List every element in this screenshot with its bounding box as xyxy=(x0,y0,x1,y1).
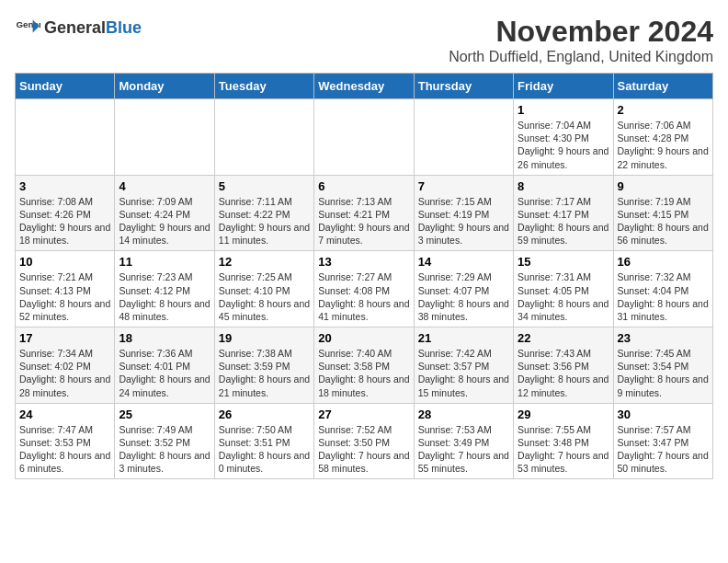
calendar-cell: 1Sunrise: 7:04 AMSunset: 4:30 PMDaylight… xyxy=(514,99,613,176)
day-info: Sunrise: 7:38 AMSunset: 3:59 PMDaylight:… xyxy=(219,347,310,399)
sub-title: North Duffield, England, United Kingdom xyxy=(449,49,713,65)
day-number: 1 xyxy=(518,103,609,117)
calendar-week-row: 3Sunrise: 7:08 AMSunset: 4:26 PMDaylight… xyxy=(16,175,713,251)
calendar-cell: 18Sunrise: 7:36 AMSunset: 4:01 PMDayligh… xyxy=(115,327,214,404)
day-info: Sunrise: 7:55 AMSunset: 3:48 PMDaylight:… xyxy=(518,423,609,476)
calendar-cell: 22Sunrise: 7:43 AMSunset: 3:56 PMDayligh… xyxy=(514,327,613,404)
day-number: 24 xyxy=(19,408,110,421)
day-info: Sunrise: 7:25 AMSunset: 4:10 PMDaylight:… xyxy=(219,270,310,323)
calendar-cell xyxy=(414,99,513,176)
calendar-cell: 4Sunrise: 7:09 AMSunset: 4:24 PMDaylight… xyxy=(115,175,214,251)
day-number: 13 xyxy=(318,255,409,269)
day-info: Sunrise: 7:45 AMSunset: 3:54 PMDaylight:… xyxy=(618,347,709,399)
day-number: 17 xyxy=(19,331,110,345)
day-of-week-header: Sunday xyxy=(16,74,115,99)
day-info: Sunrise: 7:31 AMSunset: 4:05 PMDaylight:… xyxy=(518,270,609,323)
calendar-cell: 19Sunrise: 7:38 AMSunset: 3:59 PMDayligh… xyxy=(214,327,313,404)
day-info: Sunrise: 7:34 AMSunset: 4:02 PMDaylight:… xyxy=(19,347,110,399)
calendar-cell: 12Sunrise: 7:25 AMSunset: 4:10 PMDayligh… xyxy=(214,251,313,327)
calendar-cell: 25Sunrise: 7:49 AMSunset: 3:52 PMDayligh… xyxy=(115,403,214,479)
day-info: Sunrise: 7:04 AMSunset: 4:30 PMDaylight:… xyxy=(518,119,609,171)
calendar-cell: 8Sunrise: 7:17 AMSunset: 4:17 PMDaylight… xyxy=(514,175,613,251)
day-number: 10 xyxy=(19,255,110,269)
day-of-week-header: Friday xyxy=(514,74,613,99)
calendar-cell: 10Sunrise: 7:21 AMSunset: 4:13 PMDayligh… xyxy=(16,251,115,327)
calendar-cell: 11Sunrise: 7:23 AMSunset: 4:12 PMDayligh… xyxy=(115,251,214,327)
day-number: 8 xyxy=(518,179,609,193)
calendar-cell: 6Sunrise: 7:13 AMSunset: 4:21 PMDaylight… xyxy=(314,175,414,251)
day-info: Sunrise: 7:40 AMSunset: 3:58 PMDaylight:… xyxy=(318,347,409,399)
day-info: Sunrise: 7:09 AMSunset: 4:24 PMDaylight:… xyxy=(119,195,210,247)
calendar-cell: 17Sunrise: 7:34 AMSunset: 4:02 PMDayligh… xyxy=(16,327,115,404)
day-info: Sunrise: 7:29 AMSunset: 4:07 PMDaylight:… xyxy=(418,270,509,323)
day-number: 4 xyxy=(119,179,210,193)
day-info: Sunrise: 7:50 AMSunset: 3:51 PMDaylight:… xyxy=(219,423,310,476)
day-number: 27 xyxy=(318,408,409,421)
day-number: 23 xyxy=(618,331,709,345)
day-info: Sunrise: 7:52 AMSunset: 3:50 PMDaylight:… xyxy=(318,423,409,476)
day-number: 6 xyxy=(318,179,409,193)
calendar-cell xyxy=(314,99,414,176)
day-info: Sunrise: 7:57 AMSunset: 3:47 PMDaylight:… xyxy=(618,423,709,476)
day-info: Sunrise: 7:36 AMSunset: 4:01 PMDaylight:… xyxy=(119,347,210,399)
day-info: Sunrise: 7:53 AMSunset: 3:49 PMDaylight:… xyxy=(418,423,509,476)
logo-general: General xyxy=(44,18,106,37)
day-of-week-header: Saturday xyxy=(613,74,712,99)
day-number: 21 xyxy=(418,331,509,345)
day-of-week-header: Thursday xyxy=(414,74,513,99)
calendar-week-row: 24Sunrise: 7:47 AMSunset: 3:53 PMDayligh… xyxy=(16,403,713,479)
calendar-cell: 28Sunrise: 7:53 AMSunset: 3:49 PMDayligh… xyxy=(414,403,513,479)
day-number: 3 xyxy=(19,179,110,193)
day-info: Sunrise: 7:47 AMSunset: 3:53 PMDaylight:… xyxy=(19,423,110,476)
day-info: Sunrise: 7:17 AMSunset: 4:17 PMDaylight:… xyxy=(518,195,609,247)
day-info: Sunrise: 7:15 AMSunset: 4:19 PMDaylight:… xyxy=(418,195,509,247)
day-info: Sunrise: 7:23 AMSunset: 4:12 PMDaylight:… xyxy=(119,270,210,323)
calendar-header-row: SundayMondayTuesdayWednesdayThursdayFrid… xyxy=(16,74,713,99)
calendar-cell: 3Sunrise: 7:08 AMSunset: 4:26 PMDaylight… xyxy=(16,175,115,251)
day-number: 22 xyxy=(518,331,609,345)
calendar-cell: 7Sunrise: 7:15 AMSunset: 4:19 PMDaylight… xyxy=(414,175,513,251)
day-info: Sunrise: 7:13 AMSunset: 4:21 PMDaylight:… xyxy=(318,195,409,247)
calendar-cell: 5Sunrise: 7:11 AMSunset: 4:22 PMDaylight… xyxy=(214,175,313,251)
day-number: 12 xyxy=(219,255,310,269)
logo: General GeneralBlue xyxy=(15,15,142,40)
calendar: SundayMondayTuesdayWednesdayThursdayFrid… xyxy=(15,73,713,479)
day-number: 30 xyxy=(618,408,709,421)
day-number: 25 xyxy=(119,408,210,421)
calendar-cell xyxy=(115,99,214,176)
calendar-cell: 23Sunrise: 7:45 AMSunset: 3:54 PMDayligh… xyxy=(613,327,712,404)
calendar-cell xyxy=(214,99,313,176)
calendar-cell: 30Sunrise: 7:57 AMSunset: 3:47 PMDayligh… xyxy=(613,403,712,479)
day-number: 28 xyxy=(418,408,509,421)
day-number: 14 xyxy=(418,255,509,269)
main-title: November 2024 xyxy=(449,15,713,49)
day-info: Sunrise: 7:27 AMSunset: 4:08 PMDaylight:… xyxy=(318,270,409,323)
calendar-week-row: 10Sunrise: 7:21 AMSunset: 4:13 PMDayligh… xyxy=(16,251,713,327)
calendar-cell: 24Sunrise: 7:47 AMSunset: 3:53 PMDayligh… xyxy=(16,403,115,479)
day-of-week-header: Monday xyxy=(115,74,214,99)
calendar-cell: 20Sunrise: 7:40 AMSunset: 3:58 PMDayligh… xyxy=(314,327,414,404)
day-number: 20 xyxy=(318,331,409,345)
logo-icon: General xyxy=(15,15,40,40)
calendar-cell: 21Sunrise: 7:42 AMSunset: 3:57 PMDayligh… xyxy=(414,327,513,404)
calendar-cell: 9Sunrise: 7:19 AMSunset: 4:15 PMDaylight… xyxy=(613,175,712,251)
day-info: Sunrise: 7:06 AMSunset: 4:28 PMDaylight:… xyxy=(618,119,709,171)
day-number: 19 xyxy=(219,331,310,345)
title-area: November 2024 North Duffield, England, U… xyxy=(449,15,713,65)
day-number: 16 xyxy=(618,255,709,269)
calendar-cell: 29Sunrise: 7:55 AMSunset: 3:48 PMDayligh… xyxy=(514,403,613,479)
calendar-cell: 15Sunrise: 7:31 AMSunset: 4:05 PMDayligh… xyxy=(514,251,613,327)
calendar-cell: 16Sunrise: 7:32 AMSunset: 4:04 PMDayligh… xyxy=(613,251,712,327)
calendar-cell: 2Sunrise: 7:06 AMSunset: 4:28 PMDaylight… xyxy=(613,99,712,176)
calendar-week-row: 1Sunrise: 7:04 AMSunset: 4:30 PMDaylight… xyxy=(16,99,713,176)
day-number: 5 xyxy=(219,179,310,193)
day-number: 26 xyxy=(219,408,310,421)
day-of-week-header: Tuesday xyxy=(214,74,313,99)
calendar-cell: 14Sunrise: 7:29 AMSunset: 4:07 PMDayligh… xyxy=(414,251,513,327)
calendar-cell: 26Sunrise: 7:50 AMSunset: 3:51 PMDayligh… xyxy=(214,403,313,479)
calendar-cell: 27Sunrise: 7:52 AMSunset: 3:50 PMDayligh… xyxy=(314,403,414,479)
header: General GeneralBlue November 2024 North … xyxy=(15,15,713,65)
day-number: 11 xyxy=(119,255,210,269)
day-number: 29 xyxy=(518,408,609,421)
day-info: Sunrise: 7:19 AMSunset: 4:15 PMDaylight:… xyxy=(618,195,709,247)
